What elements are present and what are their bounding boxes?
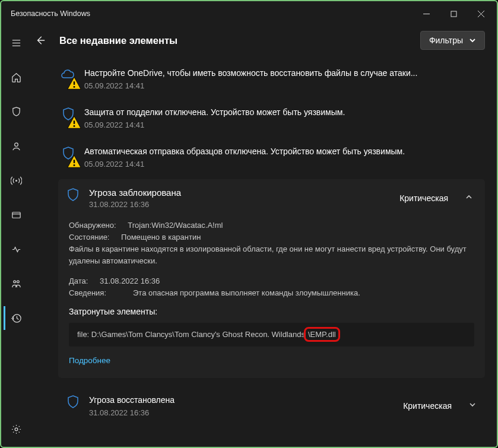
menu-icon[interactable] — [4, 31, 27, 55]
info-value: Эта опасная программа выполняет команды … — [133, 287, 360, 299]
firewall-icon[interactable] — [4, 169, 27, 192]
collapse-icon[interactable] — [461, 193, 477, 204]
shield-warning-icon — [61, 146, 76, 169]
svg-point-18 — [74, 125, 75, 127]
state-value: Помещено в карантин — [121, 231, 201, 243]
chevron-down-icon — [469, 37, 476, 44]
item-title: Настройте OneDrive, чтобы иметь возможно… — [84, 68, 480, 79]
list-item[interactable]: Настройте OneDrive, чтобы иметь возможно… — [58, 59, 485, 99]
svg-point-8 — [16, 180, 17, 181]
affected-label: Затронутые элементы: — [69, 306, 474, 319]
shield-warning-icon — [61, 107, 76, 129]
account-icon[interactable] — [4, 134, 27, 158]
page-header: Все недавние элементы Фильтры — [30, 26, 497, 59]
item-date: 05.09.2022 14:41 — [84, 81, 480, 90]
close-button[interactable] — [467, 4, 494, 23]
item-title: Угроза восстановлена — [89, 395, 395, 406]
threat-description: Файлы в карантине находятся в изолирован… — [69, 243, 474, 267]
page-title: Все недавние элементы — [59, 35, 412, 46]
svg-rect-1 — [451, 11, 456, 17]
item-date: 05.09.2022 14:41 — [84, 120, 480, 129]
threat-title: Угроза заблокирована — [89, 188, 391, 198]
window: Безопасность Windows Все недавние элемен… — [0, 0, 498, 448]
affected-file: file: D:\Games\Tom Clancys\Tom Clancy's … — [69, 323, 474, 347]
svg-point-20 — [74, 164, 75, 166]
titlebar: Безопасность Windows — [1, 1, 497, 26]
file-highlight: \EMP.dll — [304, 327, 340, 342]
threat-details: Обнаружено: Trojan:Win32/Wacatac.A!ml Со… — [58, 217, 485, 379]
more-link[interactable]: Подробнее — [69, 355, 110, 367]
app-browser-icon[interactable] — [4, 203, 27, 227]
svg-point-14 — [15, 428, 18, 431]
item-date: 05.09.2022 14:41 — [84, 160, 480, 169]
content-list: Настройте OneDrive, чтобы иметь возможно… — [30, 59, 497, 447]
svg-point-11 — [14, 280, 16, 282]
info-label: Сведения: — [69, 287, 128, 299]
back-button[interactable] — [30, 30, 51, 51]
item-severity: Критическая — [403, 401, 456, 411]
home-icon[interactable] — [4, 65, 27, 89]
threat-severity: Критическая — [399, 193, 453, 203]
threat-card-header[interactable]: Угроза заблокирована 31.08.2022 16:36 Кр… — [58, 179, 485, 217]
list-item[interactable]: Угроза восстановлена 31.08.2022 16:36 Кр… — [58, 386, 485, 425]
shield-icon — [65, 395, 81, 417]
device-security-icon[interactable] — [4, 237, 27, 261]
item-date: 31.08.2022 16:36 — [89, 408, 395, 417]
history-icon[interactable] — [4, 306, 27, 330]
settings-icon[interactable] — [4, 417, 27, 441]
minimize-button[interactable] — [413, 4, 440, 23]
list-item[interactable]: Автоматическая отправка образцов отключе… — [58, 138, 485, 177]
onedrive-icon — [61, 68, 76, 90]
svg-point-16 — [74, 86, 75, 88]
list-item[interactable]: Защита от подделки отключена. Устройство… — [58, 99, 485, 138]
file-path: file: D:\Games\Tom Clancys\Tom Clancy's … — [77, 330, 305, 339]
maximize-button[interactable] — [440, 4, 467, 23]
shield-icon[interactable] — [4, 100, 27, 123]
expand-icon[interactable] — [465, 401, 480, 411]
detected-label: Обнаружено: — [69, 220, 116, 231]
svg-rect-9 — [12, 212, 20, 218]
item-title: Автоматическая отправка образцов отключе… — [84, 146, 480, 157]
item-title: Защита от подделки отключена. Устройство… — [84, 107, 480, 118]
shield-icon — [65, 188, 81, 205]
threat-card: Угроза заблокирована 31.08.2022 16:36 Кр… — [58, 179, 485, 379]
warning-badge-icon — [66, 76, 82, 91]
date-label: Дата: — [69, 275, 95, 287]
date-value: 31.08.2022 16:36 — [100, 275, 160, 287]
family-icon[interactable] — [4, 272, 27, 296]
warning-badge-icon — [66, 115, 82, 131]
filters-label: Фильтры — [429, 36, 463, 45]
sidebar — [1, 26, 30, 447]
warning-badge-icon — [66, 154, 82, 170]
svg-point-7 — [15, 142, 18, 146]
state-label: Состояние: — [69, 231, 109, 243]
window-title: Безопасность Windows — [11, 9, 90, 18]
detected-value: Trojan:Win32/Wacatac.A!ml — [128, 220, 223, 231]
svg-point-12 — [17, 280, 19, 282]
threat-date: 31.08.2022 16:36 — [89, 200, 391, 209]
filters-button[interactable]: Фильтры — [420, 31, 485, 50]
